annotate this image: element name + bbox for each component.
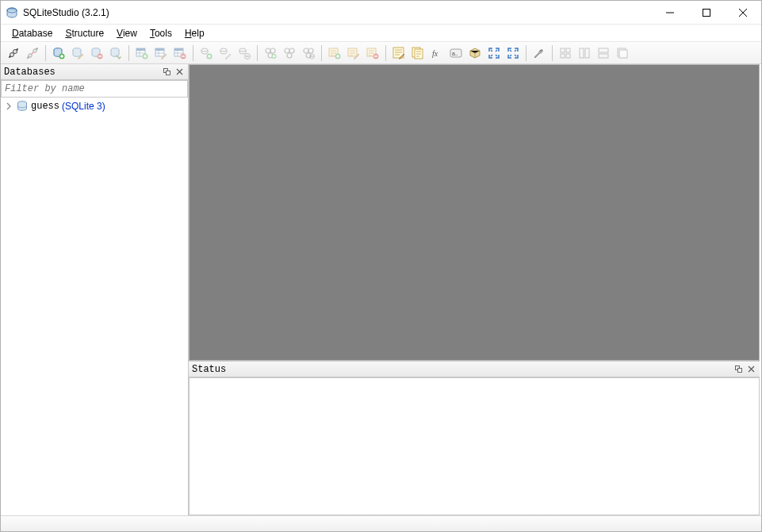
app-icon [6,6,18,19]
svg-point-5 [29,53,32,56]
disconnect-button[interactable] [23,44,42,63]
minimize-button[interactable] [652,1,688,25]
window-controls [652,1,761,25]
db-add-button[interactable] [49,44,68,63]
menu-database[interactable]: Database [6,26,59,40]
zoom-full-button[interactable] [504,44,523,63]
status-body[interactable] [189,377,760,515]
toolbar-separator [526,45,527,61]
svg-point-6 [33,48,36,52]
svg-rect-46 [566,48,570,52]
table-delete-button[interactable] [170,44,190,63]
svg-rect-49 [580,48,584,58]
toolbar-separator [45,45,46,61]
svg-rect-2 [703,9,710,16]
db-edit-button[interactable] [68,44,87,63]
zoom-fit-button[interactable] [484,44,504,63]
svg-point-27 [285,48,289,53]
svg-point-28 [289,48,294,53]
svg-point-30 [304,48,308,53]
snippet3-button[interactable] [299,44,318,63]
filter-input[interactable] [2,81,187,97]
keyword-a-button[interactable]: a.. [446,44,465,63]
bundle-button[interactable] [465,44,484,63]
layout-rows-button[interactable] [594,44,613,63]
status-panel-header: Status [189,362,760,377]
tree-expand-icon[interactable] [4,101,13,111]
sql-editor-button[interactable] [389,44,408,63]
tree-db-meta: (SQLite 3) [62,101,105,112]
layout-stack-button[interactable] [613,44,632,63]
svg-point-31 [308,48,313,53]
svg-point-29 [287,53,292,58]
fx-function-button[interactable]: fx [427,44,446,63]
databases-panel: Databases guess (SQLite 3) [1,64,189,515]
toolbar-separator [257,45,258,61]
databases-panel-header: Databases [1,64,188,80]
form-edit-button[interactable] [344,44,363,63]
svg-rect-48 [566,54,570,58]
svg-text:fx: fx [432,49,438,58]
panel-float-button[interactable] [161,67,172,78]
status-panel-title: Status [192,364,731,375]
panel-close-button[interactable] [174,67,185,78]
sql-history-button[interactable] [408,44,427,63]
svg-point-23 [266,48,270,53]
layout-cols-button[interactable] [575,44,594,63]
titlebar: SQLiteStudio (3.2.1) [1,1,761,25]
maximize-button[interactable] [688,1,725,25]
db-link-button[interactable] [106,44,125,63]
mdi-area[interactable] [189,64,760,361]
snippet2-button[interactable] [280,44,299,63]
view-create-button[interactable] [235,44,254,63]
statusbar [1,515,761,531]
status-float-button[interactable] [733,364,744,375]
menu-structure[interactable]: Structure [59,26,110,40]
layout-grid-button[interactable] [556,44,575,63]
database-tree[interactable]: guess (SQLite 3) [1,98,188,515]
svg-rect-19 [174,48,183,51]
menubar: Database Structure View Tools Help [1,25,761,42]
database-icon [16,100,29,113]
svg-rect-59 [737,369,741,373]
svg-rect-56 [166,71,170,75]
status-close-button[interactable] [745,364,756,375]
table-edit-button[interactable] [151,44,170,63]
workspace: Databases guess (SQLite 3) Status [1,64,761,515]
svg-point-3 [10,52,14,56]
connect-button[interactable] [4,44,23,63]
status-panel: Status [189,361,760,515]
form-add-button[interactable] [325,44,344,63]
menu-view[interactable]: View [110,26,144,40]
table-create-button[interactable] [132,44,151,63]
right-area: Status [189,64,761,515]
svg-text:a..: a.. [452,51,458,56]
databases-panel-title: Databases [4,67,159,78]
close-button[interactable] [725,1,761,25]
svg-rect-50 [585,48,589,58]
toolbar-separator [128,45,129,61]
svg-rect-45 [561,48,565,52]
toolbar-separator [385,45,386,61]
svg-rect-52 [599,54,608,58]
window-title: SQLiteStudio (3.2.1) [23,7,652,18]
index-create-button[interactable] [197,44,216,63]
settings-wrench-button[interactable] [530,44,549,63]
svg-point-24 [270,48,275,53]
toolbar-separator [552,45,553,61]
toolbar-separator [193,45,193,61]
svg-rect-47 [561,54,565,58]
trigger-create-button[interactable] [216,44,235,63]
menu-tools[interactable]: Tools [144,26,178,40]
svg-rect-14 [136,48,145,51]
form-delete-button[interactable] [363,44,382,63]
svg-rect-17 [155,48,164,51]
snippet1-button[interactable] [261,44,280,63]
svg-rect-54 [619,50,627,58]
tree-db-item[interactable]: guess (SQLite 3) [4,99,185,113]
toolbar-separator [321,45,322,61]
tree-db-name: guess [31,101,59,112]
db-delete-button[interactable] [87,44,106,63]
toolbar: fx a.. [1,42,761,64]
menu-help[interactable]: Help [178,26,211,40]
